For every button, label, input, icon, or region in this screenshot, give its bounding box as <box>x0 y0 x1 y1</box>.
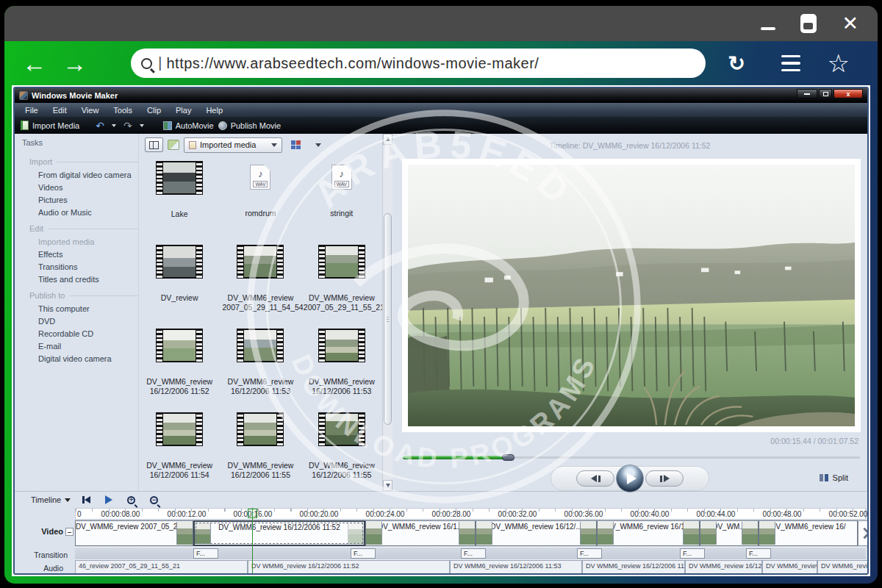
transition-box[interactable]: F... <box>577 548 602 559</box>
video-preview[interactable] <box>402 159 861 432</box>
timeline-video-clip[interactable]: DV_WMM6_review 16/1... <box>597 520 700 546</box>
task-link[interactable]: Pictures <box>38 196 138 204</box>
task-link[interactable]: Audio or Music <box>38 208 138 217</box>
task-link[interactable]: From digital video camera <box>38 171 138 179</box>
library-item[interactable]: DV_WMM6_review 16/12/2006 11:55 <box>301 407 382 491</box>
library-scrollbar[interactable] <box>382 134 392 491</box>
library-item[interactable]: DV_WMM6_review 16/12/2006 11:52 <box>139 323 220 407</box>
library-item[interactable]: ♪WAVromdrum <box>220 156 301 240</box>
back-icon[interactable]: ← <box>22 51 46 76</box>
bookmark-star-icon[interactable]: ☆ <box>828 51 850 76</box>
library-item[interactable]: DV_WMM6_review 2007_05_29_11_55_21 <box>301 240 382 323</box>
redo-icon[interactable]: ↷ <box>123 120 132 132</box>
next-clip-arrow-icon[interactable] <box>858 520 867 546</box>
browser-minimize-icon[interactable] <box>761 27 775 30</box>
timeline-video-clip[interactable]: DV_WM... <box>700 520 759 546</box>
library-item[interactable]: DV_review <box>139 240 220 323</box>
transition-box[interactable]: F... <box>461 548 486 559</box>
library-item-label: DV_WMM6_review 16/12/2006 11:53 <box>222 377 298 396</box>
transition-box[interactable]: F... <box>193 548 218 559</box>
forward-icon[interactable]: → <box>62 51 87 76</box>
timeline-audio-clip[interactable]: DV WMM6_review 16 <box>762 560 817 574</box>
timeline-audio-clip[interactable]: DV WMM6_review 16/12/2006 11:52 <box>248 560 450 574</box>
collapse-video-track-icon[interactable] <box>65 528 74 536</box>
seek-thumb[interactable] <box>502 454 514 461</box>
menu-item-view[interactable]: View <box>74 106 107 115</box>
task-link[interactable]: Recordable CD <box>38 329 138 338</box>
task-link[interactable]: Videos <box>38 183 138 192</box>
timeline-video-clip[interactable]: DV_WMM6_review 16/12/2006 11:52 <box>193 520 365 546</box>
menu-item-clip[interactable]: Clip <box>140 106 168 115</box>
next-frame-button[interactable] <box>645 470 684 487</box>
browser-close-icon[interactable]: ✕ <box>842 14 858 34</box>
refresh-icon[interactable]: ↻ <box>728 51 745 76</box>
zoom-in-icon[interactable]: + <box>127 496 135 504</box>
playhead-marker[interactable] <box>248 509 257 518</box>
timeline-video-clip[interactable]: DV_WMM6_review 16/1... <box>365 520 476 546</box>
menu-item-edit[interactable]: Edit <box>46 106 74 115</box>
timeline-audio-clip[interactable]: 46_review 2007_05_29_11_55_21 <box>75 560 248 574</box>
transition-box[interactable]: F... <box>351 548 376 559</box>
task-link[interactable]: Digital video camera <box>38 354 138 363</box>
automovie-button[interactable]: AutoMovie <box>163 121 214 130</box>
seek-bar[interactable] <box>403 454 860 460</box>
url-bar[interactable]: | https://www.arabseedtech.com/windows-m… <box>131 49 706 78</box>
task-link[interactable]: This computer <box>38 304 138 313</box>
transition-box[interactable]: F... <box>746 548 771 559</box>
previous-frame-button[interactable] <box>576 470 614 487</box>
ruler-tick-label: 00:00:20.00 <box>286 510 352 518</box>
tasks-section-label: Edit <box>29 224 43 233</box>
url-text[interactable]: https://www.arabseedtech.com/windows-mov… <box>166 55 539 72</box>
browser-maximize-icon[interactable] <box>800 14 817 33</box>
library-filter-dropdown[interactable]: Imported media <box>184 137 282 153</box>
redo-dropdown-icon[interactable] <box>140 124 144 127</box>
timeline-video-clip[interactable]: DV_WMM6_review 16/12/... <box>476 520 597 546</box>
undo-dropdown-icon[interactable] <box>112 124 116 127</box>
menu-item-tools[interactable]: Tools <box>106 106 140 115</box>
task-link[interactable]: Transitions <box>38 262 138 271</box>
timeline-audio-clip[interactable]: DV WMM6_review 16/12/2006 11:53 <box>582 560 685 574</box>
view-options-button[interactable] <box>291 140 321 149</box>
transition-box[interactable]: F... <box>680 548 705 559</box>
library-item[interactable]: DV_WMM6_review 16/12/2006 11:53 <box>220 323 301 407</box>
import-media-button[interactable]: Import Media <box>21 121 79 130</box>
menu-item-play[interactable]: Play <box>168 106 198 115</box>
zoom-out-icon[interactable]: − <box>150 496 158 504</box>
timeline-mode-dropdown[interactable]: Timeline <box>31 495 71 504</box>
task-link[interactable]: Effects <box>38 250 138 259</box>
rewind-button[interactable] <box>82 496 90 503</box>
timeline-video-clip[interactable]: DV_WMM6_review 16/ <box>759 520 858 546</box>
timeline-video-clip[interactable]: DV_WMM6_review 2007_05_29_1... <box>75 520 193 546</box>
timeline-audio-clip[interactable]: DV WMM6_review 16/12/2006 11:55 <box>817 560 867 574</box>
toggle-panes-button[interactable] <box>145 137 163 152</box>
split-button[interactable]: Split <box>820 473 848 482</box>
task-link[interactable]: Imported media <box>38 237 138 246</box>
wmm-minimize-icon[interactable] <box>797 89 817 98</box>
undo-icon[interactable]: ↶ <box>96 120 104 132</box>
timeline-audio-clip[interactable]: DV WMM6_review 16/12/2006 11:54 <box>685 560 762 574</box>
timeline-ruler[interactable]: 0 00:00:08.0000:00:12.0000:00:16.0000:00… <box>75 508 866 520</box>
task-link[interactable]: Titles and credits <box>38 275 138 284</box>
library-item[interactable]: DV_WMM6_review 16/12/2006 11:55 <box>220 407 301 491</box>
play-button[interactable] <box>616 465 644 492</box>
library-item[interactable]: Lake <box>139 156 220 240</box>
effects-icon[interactable] <box>168 140 179 150</box>
timeline-play-button[interactable] <box>105 495 112 504</box>
menu-item-help[interactable]: Help <box>198 106 230 115</box>
scroll-down-icon[interactable] <box>383 480 392 491</box>
library-item[interactable]: DV_WMM6_review 2007_05_29_11_54_54 <box>220 240 301 323</box>
publish-movie-button[interactable]: Publish Movie <box>218 121 281 130</box>
scroll-up-icon[interactable] <box>383 134 392 145</box>
task-link[interactable]: DVD <box>38 317 138 326</box>
clip-label: DV_WMM6_review 16/ <box>770 523 845 531</box>
timeline-audio-clip[interactable]: DV WMM6_review 16/12/2006 11:53 <box>450 560 582 574</box>
task-link[interactable]: E-mail <box>38 342 138 351</box>
library-item[interactable]: DV_WMM6_review 16/12/2006 11:54 <box>139 407 220 491</box>
scrollbar-thumb[interactable] <box>384 213 392 425</box>
wmm-maximize-icon[interactable] <box>819 89 832 98</box>
hamburger-menu-icon[interactable] <box>781 55 800 72</box>
menu-item-file[interactable]: File <box>18 106 46 115</box>
wmm-close-icon[interactable]: x <box>833 89 863 98</box>
library-item[interactable]: DV_WMM6_review 16/12/2006 11:53 <box>301 323 382 407</box>
library-item[interactable]: ♪WAVstringit <box>301 156 382 240</box>
